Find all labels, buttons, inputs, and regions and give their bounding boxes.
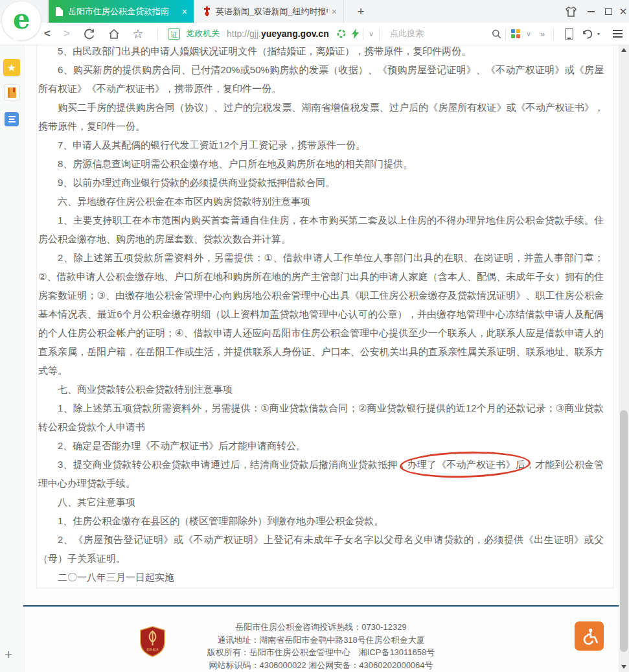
paragraph-with-annotation: 3、提交商业贷款转公积金贷款申请通过后，结清商业贷款后撤消商业贷款抵押，办理了《…	[38, 455, 604, 492]
site-footer: 党政机关 岳阳市住房公积金咨询投诉热线：0730-12329 通讯地址：湖南省岳…	[23, 605, 619, 672]
footer-address: 通讯地址：湖南省岳阳市金鹗中路318号住房公积金大厦	[23, 634, 619, 647]
paragraph: 7、申请人及其配偶的银行代发工资近12个月工资记录，携带原件一份。	[38, 135, 604, 154]
paragraph: 2、确定是否能办理《不动产权证书》后才能申请商转公。	[38, 436, 604, 455]
scroll-up-icon[interactable]	[621, 48, 626, 52]
section-heading: 七、商业贷款转公积金贷款特别注意事项	[38, 380, 604, 399]
effective-date: 二〇一八年三月一日起实施	[38, 568, 604, 586]
cert-badge: 证	[168, 23, 180, 45]
scroll-down-icon[interactable]	[621, 665, 626, 669]
page-favicon-icon	[56, 7, 63, 16]
minimize-button[interactable]	[584, 0, 598, 23]
section-heading: 八、其它注意事项	[38, 492, 604, 511]
paragraph: 5、由民政部门出具的申请人婚姻状况证明文件（指结婚证，离婚证），携带原件，复印件…	[38, 45, 604, 60]
tab-close-icon[interactable]: ×	[182, 7, 187, 16]
browser-window: e 岳阳市住房公积金贷款指南 × 英语新闻_双语新闻_纽约时报中 × + ✕	[0, 0, 629, 672]
footer-hotline: 岳阳市住房公积金咨询投诉热线：0730-12329	[23, 621, 619, 634]
undo-history-icon[interactable]	[580, 23, 593, 45]
refresh-button[interactable]	[82, 23, 97, 45]
browser-logo[interactable]: e	[2, 1, 41, 40]
paragraph: 购买二手房的提供购房合同（协议）、过户的完税发票、湖南省增值税发票、过户后的《房…	[38, 98, 604, 135]
text-before-circle: 3、提交商业贷款转公积金贷款申请通过后，结清商业贷款后撤消商业贷款抵押，	[58, 459, 407, 470]
tab-bar: e 岳阳市住房公积金贷款指南 × 英语新闻_双语新闻_纽约时报中 × + ✕	[0, 0, 629, 23]
navigation-toolbar: < > ☆ 证 党政机关 http://gjj.yueyang.gov.cn	[0, 23, 629, 45]
paragraph: 1、主要支持职工在本市范围内购买首套普通自住住房，在本市购买第二套及以上住房的不…	[38, 211, 604, 248]
url-prefix: http://gjj.	[227, 29, 261, 39]
circled-phrase: 办理了《不动产权证书》后	[407, 459, 525, 470]
tab-title: 英语新闻_双语新闻_纽约时报中	[216, 6, 328, 17]
search-icon[interactable]	[490, 23, 503, 45]
home-button[interactable]	[106, 23, 122, 45]
accessibility-button[interactable]	[575, 621, 604, 651]
browser-logo-glyph: e	[13, 6, 30, 33]
tab-inactive-news[interactable]: 英语新闻_双语新闻_纽约时报中 ×	[196, 0, 344, 23]
side-toolbar: ★ +	[0, 45, 23, 672]
vertical-scrollbar[interactable]	[619, 45, 629, 672]
toolbar-overflow-icon[interactable]: »	[537, 23, 547, 45]
new-tab-button[interactable]: +	[353, 4, 369, 19]
maximize-button[interactable]	[601, 0, 615, 23]
close-button[interactable]: ✕	[616, 0, 629, 23]
favorite-star-icon[interactable]: ☆	[130, 23, 146, 45]
scrollbar-thumb[interactable]	[620, 410, 628, 652]
pinwheel-refresh-icon[interactable]	[336, 23, 347, 45]
paragraph: 6、购买新房的提供购房合同、已付清20%或50%购房款的发票（收据）、《预购房屋…	[38, 60, 604, 98]
site-type-label: 党政机关	[186, 23, 220, 45]
tab-close-icon[interactable]: ×	[332, 7, 337, 16]
tab-active-gongjijin[interactable]: 岳阳市住房公积金贷款指南 ×	[49, 0, 194, 23]
favorites-star-icon[interactable]: ★	[3, 59, 20, 76]
bookmarks-book-icon[interactable]	[4, 84, 20, 100]
forward-button[interactable]: >	[60, 23, 74, 45]
extensions-grid-icon[interactable]	[510, 23, 521, 45]
footer-info: 岳阳市住房公积金咨询投诉热线：0730-12329 通讯地址：湖南省岳阳市金鹗中…	[23, 621, 619, 671]
paragraph: 9、以前办理过商业银行贷款的必须提供商业贷款抵押借款合同。	[38, 173, 604, 192]
paragraph: 1、除上述第五项贷款所需资料外，另需提供：①商业贷款借款合同；②商业贷款银行提供…	[38, 399, 604, 436]
section-heading: 六、异地缴存住房公积金在本市区内购房贷款特别注意事项	[38, 192, 604, 211]
sidebar-add-icon[interactable]: +	[5, 647, 12, 662]
paragraph: 2、《房屋预告登记证明》或《不动产权证明》上登记有未成年子女名字以父母名义申请贷…	[38, 530, 604, 568]
footer-copyright: 版权所有：岳阳市住房公积金管理中心 湘ICP备13011658号	[23, 646, 619, 659]
footer-site-code: 网站标识码：4306000022 湘公网安备：43060202000064号	[23, 659, 619, 672]
skin-icon[interactable]	[565, 0, 580, 23]
undo-caret-icon[interactable]: ▾	[595, 23, 602, 45]
nyt-favicon-icon	[203, 6, 211, 16]
tab-title: 岳阳市住房公积金贷款指南	[68, 6, 178, 17]
paragraph: 1、住房公积金缴存在县区的（楼区管理部除外）到缴存地办理公积金贷款。	[38, 511, 604, 530]
menu-icon[interactable]	[610, 23, 624, 45]
url-dropdown-chevron-icon[interactable]: ∨	[366, 23, 376, 45]
paragraph: 8、房源信息查询证明需公积金缴存地、户口所在地及购房所在地的相关部门提供。	[38, 154, 604, 173]
grid-chevron-icon[interactable]: ∨	[524, 23, 533, 45]
back-button[interactable]: <	[40, 23, 54, 45]
wheelchair-icon	[580, 627, 599, 645]
speed-lightning-icon[interactable]	[350, 23, 360, 45]
notes-doc-icon[interactable]	[5, 112, 19, 126]
address-url[interactable]: http://gjj.yueyang.gov.cn	[227, 23, 329, 45]
webpage-viewport: 5、由民政部门出具的申请人婚姻状况证明文件（指结婚证，离婚证），携带原件，复印件…	[23, 45, 619, 672]
paragraph: 2、除上述第五项贷款所需资料外，另需提供：①、借款申请人工作单位人事部门出具的在…	[38, 248, 604, 380]
url-domain: yueyang.gov.cn	[261, 29, 329, 39]
phone-sync-icon[interactable]	[563, 23, 575, 45]
article-body: 5、由民政部门出具的申请人婚姻状况证明文件（指结婚证，离婚证），携带原件，复印件…	[38, 45, 604, 586]
search-input[interactable]: 点此搜索	[390, 23, 424, 45]
